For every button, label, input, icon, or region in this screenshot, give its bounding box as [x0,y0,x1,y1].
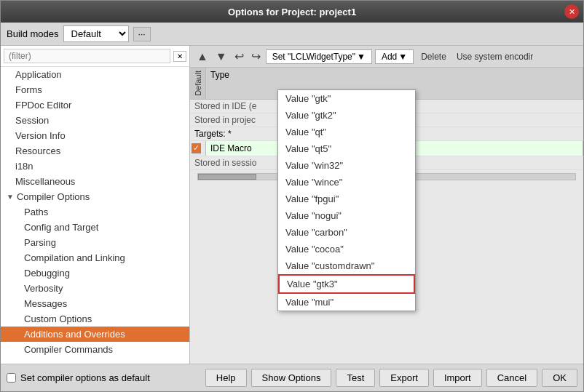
titlebar: Options for Project: project1 ✕ [1,1,583,23]
sidebar-item-compiler-options[interactable]: ▼ Compiler Options [1,189,189,204]
show-options-button[interactable]: Show Options [251,369,332,387]
sidebar-item-label: Custom Options [24,313,92,324]
bottom-left: Set compiler options as default [7,372,150,383]
dropdown-item-mui[interactable]: Value "mui" [278,294,415,311]
ide-macros-checkbox[interactable]: ✓ [192,143,201,153]
content-toolbar: ▲ ▼ ↩ ↪ Set "LCLWidgetType" ▼ Add ▼ [190,46,583,68]
undo-icon: ↩ [234,50,244,63]
export-button[interactable]: Export [379,369,429,387]
dialog-title: Options for Project: project1 [228,7,356,17]
dropdown-item-gtk[interactable]: Value "gtk" [278,90,415,107]
set-lclwidgettype-button[interactable]: Set "LCLWidgetType" ▼ [266,49,372,64]
down-arrow-icon: ▼ [216,50,227,63]
dropdown-item-gtk3[interactable]: Value "gtk3" [278,274,415,294]
default-col-label: Default [194,71,202,96]
sidebar-item-label: Additions and Overrides [24,329,125,340]
sidebar-item-custom-options[interactable]: Custom Options [1,311,189,327]
filter-input[interactable] [4,49,170,63]
dropdown-item-gtk2[interactable]: Value "gtk2" [278,107,415,124]
dropdown-item-win32[interactable]: Value "win32" [278,157,415,174]
undo-button[interactable]: ↩ [232,49,246,64]
sidebar-item-label: Compiler Commands [24,344,113,355]
sidebar-item-i18n[interactable]: i18n [1,159,189,174]
sidebar-item-fpdoc[interactable]: FPDoc Editor [1,97,189,113]
import-button[interactable]: Import [433,369,482,387]
dropdown-item-customdrawn[interactable]: Value "customdrawn" [278,257,415,274]
sidebar-item-label: Application [15,69,62,80]
lcl-widget-dropdown[interactable]: Value "gtk" Value "gtk2" Value "qt" Valu… [277,89,416,311]
build-modes-label: Build modes [7,28,59,39]
close-button[interactable]: ✕ [564,4,579,19]
dropdown-item-qt5[interactable]: Value "qt5" [278,140,415,157]
filter-clear-button[interactable]: ✕ [173,51,186,62]
move-down-button[interactable]: ▼ [213,49,229,64]
bottom-right: Help Show Options Test Export Import Can… [205,369,577,387]
sidebar: ✕ Application Forms FPDoc Editor Session… [1,46,190,364]
stored-ide-label: Stored in IDE (e [194,101,256,111]
help-button[interactable]: Help [205,369,247,387]
sidebar-item-messages[interactable]: Messages [1,296,189,311]
sidebar-item-label: Debugging [24,268,70,279]
redo-icon: ↪ [251,50,261,63]
set-compiler-default-checkbox[interactable] [7,373,16,383]
sidebar-item-miscellaneous[interactable]: Miscellaneous [1,174,189,189]
scrollbar-thumb[interactable] [198,174,256,180]
toolbar: Build modes Default ··· [1,23,583,46]
sidebar-item-debugging[interactable]: Debugging [1,265,189,281]
set-btn-label: Set "LCLWidgetType" [272,52,355,62]
add-button[interactable]: Add ▼ [375,49,414,64]
move-up-button[interactable]: ▲ [194,49,210,64]
dropdown-item-fpgui[interactable]: Value "fpgui" [278,191,415,207]
main-content: ✕ Application Forms FPDoc Editor Session… [1,46,583,364]
delete-btn-label: Delete [421,52,446,62]
targets-label: Targets: * [194,129,232,139]
test-button[interactable]: Test [336,369,375,387]
table-area: Default Type Stored in IDE (e Stored in … [190,68,583,364]
more-options-button[interactable]: ··· [133,27,151,41]
sidebar-item-additions-overrides[interactable]: Additions and Overrides [1,327,189,342]
sidebar-item-label: Miscellaneous [15,176,75,187]
sidebar-item-label: Config and Target [24,222,98,233]
sidebar-item-compiler-commands[interactable]: Compiler Commands [1,342,189,357]
dropdown-item-wince[interactable]: Value "wince" [278,174,415,191]
build-mode-select[interactable]: Default [63,25,129,42]
sidebar-item-label: Messages [24,298,67,309]
sidebar-item-verbosity[interactable]: Verbosity [1,281,189,296]
add-btn-label: Add [382,52,397,62]
sidebar-item-label: Version Info [15,130,66,141]
bottom-bar: Set compiler options as default Help Sho… [1,364,583,391]
sidebar-item-paths[interactable]: Paths [1,204,189,220]
sidebar-item-label: i18n [15,161,33,172]
sidebar-item-compilation-linking[interactable]: Compilation and Linking [1,250,189,265]
set-compiler-default-label: Set compiler options as default [20,372,150,383]
sidebar-item-version-info[interactable]: Version Info [1,128,189,143]
ok-button[interactable]: OK [542,369,577,387]
sidebar-item-label: Session [15,115,49,126]
sidebar-filter-area: ✕ [1,46,189,67]
sidebar-item-resources[interactable]: Resources [1,143,189,159]
default-col-header: Default [190,68,206,99]
dropdown-item-cocoa[interactable]: Value "cocoa" [278,241,415,257]
sidebar-item-label: Compiler Options [17,191,90,202]
dropdown-item-nogui[interactable]: Value "nogui" [278,207,415,224]
sidebar-item-application[interactable]: Application [1,67,189,82]
cancel-button[interactable]: Cancel [486,369,537,387]
sidebar-item-label: FPDoc Editor [15,100,71,111]
sidebar-item-label: Verbosity [24,283,63,294]
sidebar-item-config-target[interactable]: Config and Target [1,220,189,235]
sidebar-item-label: Forms [15,84,42,95]
sidebar-item-label: Parsing [24,237,56,248]
sidebar-item-forms[interactable]: Forms [1,82,189,97]
delete-button[interactable]: Delete [417,50,451,63]
redo-button[interactable]: ↪ [249,49,263,64]
sidebar-item-label: Compilation and Linking [24,252,125,263]
sidebar-item-session[interactable]: Session [1,113,189,128]
sidebar-item-label: Resources [15,145,60,156]
row-checkbox: ✓ [190,141,206,156]
dropdown-item-qt[interactable]: Value "qt" [278,124,415,140]
sidebar-item-parsing[interactable]: Parsing [1,235,189,250]
dropdown-item-carbon[interactable]: Value "carbon" [278,224,415,241]
add-dropdown-icon: ▼ [398,52,407,62]
content-area: ▲ ▼ ↩ ↪ Set "LCLWidgetType" ▼ Add ▼ [190,46,583,364]
tree-arrow-icon: ▼ [7,193,14,201]
